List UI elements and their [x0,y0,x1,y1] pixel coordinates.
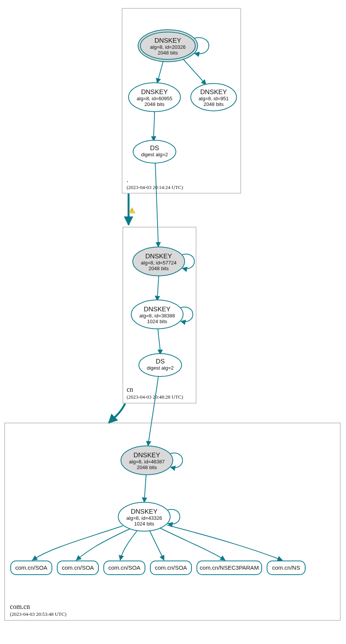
svg-text:DNSKEY: DNSKEY [144,306,171,313]
svg-text:2048 bits: 2048 bits [145,101,165,107]
node-cn-ksk: DNSKEY alg=8, id=57724 2048 bits [133,247,185,276]
zone-root-name: . [127,176,129,184]
edge-zsk-to-l6 [167,525,282,560]
zone-comcn-box [5,423,340,620]
svg-text:DS: DS [150,144,159,152]
svg-text:!: ! [131,208,132,213]
svg-text:com.cn/NS: com.cn/NS [272,564,300,571]
edge-cn-zsk-to-ds [158,329,160,354]
svg-text:alg=8, id=38388: alg=8, id=38388 [139,313,175,319]
node-root-ksk-l3: 2048 bits [158,50,178,56]
svg-text:2048 bits: 2048 bits [204,101,224,107]
leaf-l2: com.cn/SOA [57,561,98,575]
svg-text:1024 bits: 1024 bits [134,521,154,527]
node-root-ds: DS digest alg=2 [133,140,176,163]
leaf-l4: com.cn/SOA [150,561,192,575]
zone-cn-name: cn [127,386,133,393]
edge-root-zsk1-to-ds [154,112,154,141]
leaf-l5: com.cn/NSEC3PARAM [197,561,262,575]
leaf-l1: com.cn/SOA [11,561,52,575]
node-root-zsk2: DNSKEY alg=8, id=951 2048 bits [191,83,237,111]
edge-zsk-to-l1 [32,526,123,560]
edge-zsk-to-l4 [150,530,164,560]
edge-cn-to-comcn-delegation [109,404,125,423]
svg-text:1024 bits: 1024 bits [147,319,167,324]
node-root-zsk1: DNSKEY alg=8, id=60955 2048 bits [129,83,180,112]
svg-text:DNSKEY: DNSKEY [141,88,168,96]
svg-text:alg=8, id=46387: alg=8, id=46387 [129,459,164,465]
svg-text:digest alg=2: digest alg=2 [147,365,174,371]
edge-comcn-ksk-to-zsk [144,475,146,502]
node-comcn-ksk: DNSKEY alg=8, id=46387 2048 bits [121,446,173,475]
edge-zsk-to-l5 [160,528,225,560]
svg-text:com.cn/NSEC3PARAM: com.cn/NSEC3PARAM [200,564,259,571]
node-root-ksk-title: DNSKEY [154,37,181,44]
edge-root-ds-to-cn-ksk [155,163,158,247]
svg-text:com.cn/SOA: com.cn/SOA [108,564,140,571]
node-cn-zsk: DNSKEY alg=8, id=38388 1024 bits [131,300,183,329]
edge-cn-ksk-to-zsk [157,276,159,301]
svg-text:alg=8, id=951: alg=8, id=951 [199,96,229,101]
svg-text:alg=8, id=57724: alg=8, id=57724 [141,260,176,266]
leaf-l3: com.cn/SOA [104,561,145,575]
node-root-ksk: DNSKEY alg=8, id=20326 2048 bits [138,30,198,62]
svg-text:DS: DS [156,358,165,365]
svg-text:alg=8, id=43326: alg=8, id=43326 [126,515,162,521]
node-root-ksk-l2: alg=8, id=20326 [150,44,185,50]
zone-root-timestamp: (2023-04-03 20:14:24 UTC) [127,184,183,190]
svg-text:DNSKEY: DNSKEY [200,88,227,96]
zone-comcn-name: com.cn [10,603,30,610]
edge-root-ksk-to-zsk1 [157,61,163,83]
node-comcn-zsk: DNSKEY alg=8, id=43326 1024 bits [118,502,170,531]
dnssec-graph: . (2023-04-03 20:14:24 UTC) DNSKEY alg=8… [0,0,346,644]
svg-text:2048 bits: 2048 bits [137,465,157,470]
svg-text:com.cn/SOA: com.cn/SOA [155,564,187,571]
svg-text:2048 bits: 2048 bits [149,266,169,271]
svg-text:DNSKEY: DNSKEY [145,253,172,260]
edge-zsk-to-l3 [120,530,137,560]
svg-text:digest alg=2: digest alg=2 [141,152,168,157]
leaf-l6: com.cn/NS [267,561,305,575]
svg-text:alg=8, id=60955: alg=8, id=60955 [137,96,172,101]
node-cn-ds: DS digest alg=2 [139,354,182,376]
edge-root-ksk-to-zsk2 [183,59,206,85]
edge-cn-ds-to-comcn-ksk [148,376,158,446]
svg-text:com.cn/SOA: com.cn/SOA [15,564,47,571]
warning-icon: ! [129,208,135,213]
svg-text:com.cn/SOA: com.cn/SOA [62,564,94,571]
svg-text:DNSKEY: DNSKEY [131,508,158,515]
zone-comcn-timestamp: (2023-04-03 20:53:48 UTC) [10,611,66,617]
svg-text:DNSKEY: DNSKEY [134,452,160,459]
